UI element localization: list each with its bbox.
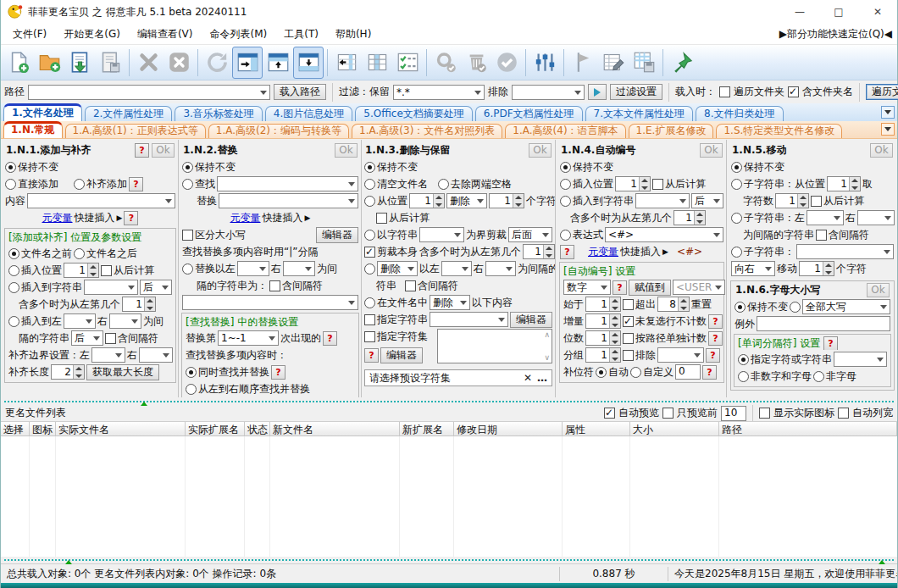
p3-spec-string-checkbox[interactable]: [364, 314, 375, 325]
insert-menu-arrow[interactable]: ▶: [662, 247, 668, 256]
help-icon[interactable]: ?: [823, 336, 838, 350]
p2-find-combo[interactable]: [217, 176, 358, 191]
p2-keep-radio[interactable]: [182, 162, 193, 173]
p1-pad-length-spinner[interactable]: 2: [51, 364, 85, 380]
p3-in-filename-radio[interactable]: [364, 297, 375, 308]
p2-sequential-radio[interactable]: [186, 384, 197, 395]
p2-replace-combo[interactable]: [219, 193, 358, 208]
p2-replace-between-radio[interactable]: [182, 263, 193, 275]
p4-exclude-checkbox[interactable]: [623, 350, 634, 361]
p4-skip-unchecked-checkbox[interactable]: [623, 316, 634, 327]
save-list-icon[interactable]: [95, 47, 125, 79]
main-tabs-dropdown[interactable]: [881, 106, 895, 119]
auto-col-width-checkbox[interactable]: [838, 408, 849, 419]
p2-left-sep-combo[interactable]: [237, 261, 269, 276]
p3-spec-string-combo[interactable]: [430, 312, 508, 327]
p3-count-spinner[interactable]: 1: [489, 193, 524, 208]
menu-command-list[interactable]: 命令列表(M): [202, 25, 276, 43]
p4-insert-string-combo[interactable]: [635, 193, 690, 208]
p5-sub-lr-radio[interactable]: [731, 213, 742, 224]
p4-overflow-spinner[interactable]: 8: [657, 297, 690, 312]
filter-settings-button[interactable]: 过滤设置: [610, 84, 662, 100]
help-icon[interactable]: ?: [613, 280, 627, 295]
apply-filter-icon[interactable]: [588, 84, 607, 100]
p1-sep-after-combo[interactable]: 后: [71, 330, 103, 346]
delete-icon[interactable]: [133, 47, 164, 79]
menu-edit-view[interactable]: 编辑查看(V): [129, 25, 202, 43]
tab-filename[interactable]: 1.文件名处理: [3, 103, 82, 121]
tab-music-tag[interactable]: 3.音乐标签处理: [175, 106, 262, 121]
p3-charset-editor-button[interactable]: 编辑器: [380, 347, 423, 363]
p1-content-combo[interactable]: [27, 193, 175, 208]
p2-incl-sep-checkbox[interactable]: [269, 280, 280, 291]
ok-button[interactable]: Ok: [152, 143, 175, 158]
clear-icon[interactable]: ✕: [524, 372, 532, 384]
maximize-button[interactable]: □: [819, 0, 858, 24]
col-new-ext[interactable]: 新扩展名: [400, 422, 454, 435]
metavar-link[interactable]: 元变量: [588, 245, 618, 259]
p6-exception-input[interactable]: [757, 316, 890, 331]
p5-move-spinner[interactable]: 1: [799, 261, 834, 276]
horizontal-splitter[interactable]: [1, 398, 897, 405]
p3-charset-checkbox[interactable]: [364, 331, 375, 342]
p2-sep-replace-combo[interactable]: [182, 295, 358, 310]
p1-insert-between-radio[interactable]: [8, 316, 19, 327]
p5-sub-str-radio[interactable]: [731, 247, 742, 258]
metavar-link[interactable]: 元变量: [230, 211, 261, 225]
help-icon[interactable]: ?: [129, 177, 143, 191]
p1-pad-add-radio[interactable]: [74, 179, 85, 190]
filter-sliders-icon[interactable]: [529, 47, 560, 79]
p3-delete-combo[interactable]: 删除: [446, 193, 487, 208]
p3-between-action-combo[interactable]: 删除: [377, 261, 418, 276]
path-combo[interactable]: [28, 85, 270, 100]
help-icon[interactable]: ?: [124, 211, 138, 225]
p4-per-path-checkbox[interactable]: [623, 333, 634, 344]
p4-pad-custom-radio[interactable]: [630, 367, 641, 378]
p3-keep-radio[interactable]: [364, 162, 375, 173]
p1-direct-add-radio[interactable]: [5, 179, 16, 190]
metavar-link[interactable]: 元变量: [42, 211, 73, 225]
menu-tools[interactable]: 工具(T): [275, 25, 327, 43]
p3-cut-self-checkbox[interactable]: [364, 247, 375, 258]
traverse-file-list-button[interactable]: 遍历文件列表: [866, 84, 898, 100]
p5-sub-pos-radio[interactable]: [731, 179, 742, 190]
subtab-compare-list[interactable]: 1.A.高级(3)：文件名对照列表: [352, 124, 502, 138]
p4-before-after-combo[interactable]: 后: [691, 193, 723, 208]
tab-file-attr[interactable]: 2.文件属性处理: [85, 106, 172, 121]
p6-case-combo[interactable]: 全部大写: [802, 299, 890, 314]
p4-insert-pos-radio[interactable]: [560, 179, 571, 190]
tab-office[interactable]: 5.Office文档摘要处理: [355, 106, 472, 121]
p4-expression-radio[interactable]: [560, 230, 571, 241]
p1-before-name-radio[interactable]: [8, 248, 19, 259]
p3-left-sep-combo[interactable]: [441, 261, 472, 276]
p6-non-alpha-radio[interactable]: [813, 371, 824, 382]
p2-find-radio[interactable]: [182, 179, 193, 190]
p5-incl-sep-checkbox[interactable]: [816, 230, 827, 241]
p1-insert-pos-radio[interactable]: [8, 265, 19, 276]
p1-insert-pos-spinner[interactable]: 1: [64, 263, 99, 278]
confirm-icon[interactable]: [491, 47, 522, 79]
col-new-name[interactable]: 新文件名: [270, 422, 400, 435]
p1-incl-sep-checkbox[interactable]: [105, 333, 116, 344]
menu-help[interactable]: 帮助(H): [327, 25, 380, 43]
tab-classify[interactable]: 8.文件归类处理: [696, 106, 783, 121]
p3-side-combo[interactable]: 后面: [508, 227, 552, 242]
flag-icon[interactable]: [568, 47, 598, 79]
p4-nth-spinner[interactable]: 1: [674, 210, 706, 225]
preview-first-checkbox[interactable]: [662, 408, 674, 419]
p3-from-pos-radio[interactable]: [364, 196, 375, 207]
p1-right-sep-combo[interactable]: [109, 313, 141, 329]
p3-charset-box[interactable]: ∧∨: [437, 329, 552, 363]
tab-image-info[interactable]: 4.图片信息处理: [265, 106, 352, 121]
insert-menu-arrow[interactable]: ▶: [117, 214, 123, 222]
p3-pos-spinner[interactable]: 1: [409, 193, 445, 208]
p2-right-sep-combo[interactable]: [283, 261, 315, 276]
col-attributes[interactable]: 属性: [563, 422, 630, 435]
p1-left-sep-combo[interactable]: [64, 313, 96, 329]
keep-pattern-combo[interactable]: *.*: [393, 85, 485, 100]
exclude-combo[interactable]: [512, 85, 585, 100]
p3-by-string-radio[interactable]: [364, 230, 375, 241]
ok-button[interactable]: Ok: [700, 143, 723, 158]
col-actual-name[interactable]: 实际文件名: [56, 422, 186, 435]
scroll-down-icon[interactable]: ∨: [544, 353, 550, 362]
